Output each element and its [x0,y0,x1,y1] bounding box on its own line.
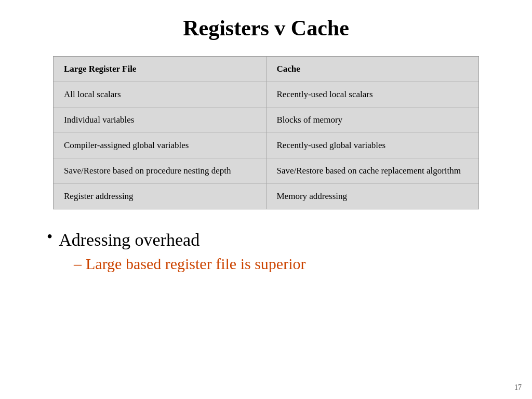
table-row: Compiler-assigned global variablesRecent… [54,133,478,158]
sub-bullet-label: Large based register file is superior [86,255,305,272]
bullet-item-0: • Adressing overhead [47,230,501,250]
table-header-row: Large Register File Cache [54,57,478,82]
sub-bullet-text-0: –Large based register file is superior [74,255,305,272]
bullet-text-0: Adressing overhead [59,230,200,250]
sub-bullet-section: –Large based register file is superior [47,255,501,273]
header-large-register-file: Large Register File [54,57,266,82]
bullet-dot: • [47,228,52,245]
table-cell-0-1: Recently-used local scalars [266,82,478,108]
table-cell-4-1: Memory addressing [266,184,478,209]
sub-dash: – [74,255,82,272]
table-cell-2-1: Recently-used global variables [266,133,478,158]
header-cache: Cache [266,57,478,82]
table-cell-0-0: All local scalars [54,82,266,108]
table-cell-1-0: Individual variables [54,108,266,133]
slide: Registers v Cache Large Register File Ca… [0,0,532,399]
slide-title: Registers v Cache [31,16,501,41]
table-cell-2-0: Compiler-assigned global variables [54,133,266,158]
table-row: Individual variablesBlocks of memory [54,108,478,133]
table-cell-1-1: Blocks of memory [266,108,478,133]
table-row: Register addressingMemory addressing [54,184,478,209]
comparison-table: Large Register File Cache All local scal… [54,57,478,209]
comparison-table-wrapper: Large Register File Cache All local scal… [53,56,479,209]
table-row: All local scalarsRecently-used local sca… [54,82,478,108]
table-cell-3-0: Save/Restore based on procedure nesting … [54,158,266,184]
table-row: Save/Restore based on procedure nesting … [54,158,478,184]
page-number: 17 [514,383,522,392]
table-cell-4-0: Register addressing [54,184,266,209]
bullet-section: • Adressing overhead –Large based regist… [31,230,501,273]
table-cell-3-1: Save/Restore based on cache replacement … [266,158,478,184]
